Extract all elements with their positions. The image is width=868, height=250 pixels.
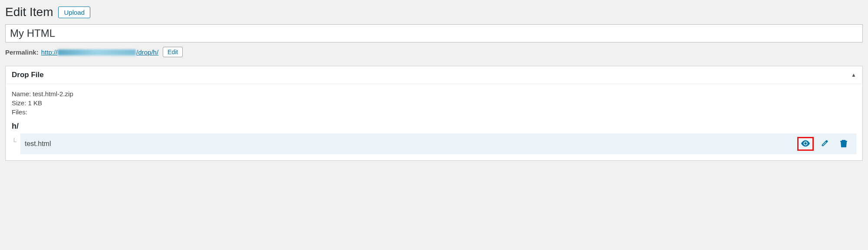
file-entry-name: test.html: [25, 140, 51, 148]
title-input[interactable]: [5, 24, 863, 42]
upload-button[interactable]: Upload: [58, 6, 90, 18]
permalink-row: Permalink: http:///drop/h/ Edit: [5, 47, 863, 57]
edit-permalink-button[interactable]: Edit: [163, 47, 183, 57]
pencil-icon: [821, 140, 829, 149]
delete-file-button[interactable]: [835, 137, 852, 151]
permalink-label: Permalink:: [5, 49, 39, 56]
drop-file-header: Drop File ▲: [6, 66, 862, 84]
drop-file-title: Drop File: [12, 71, 44, 79]
file-size-line: Size: 1 KB: [12, 99, 856, 107]
permalink-url-suffix: /drop/h/: [136, 49, 158, 56]
drop-file-box: Drop File ▲ Name: test.html-2.zip Size: …: [5, 66, 863, 161]
file-row: test.html: [20, 133, 856, 154]
trash-icon: [840, 140, 847, 149]
view-file-button[interactable]: [797, 137, 814, 151]
files-label: Files:: [12, 108, 27, 116]
eye-icon: [801, 140, 810, 148]
collapse-toggle[interactable]: ▲: [851, 72, 856, 78]
tree-elbow: └: [12, 133, 20, 154]
page-title: Edit Item: [5, 5, 53, 19]
edit-file-button[interactable]: [816, 137, 833, 151]
file-name-value: test.html-2.zip: [33, 90, 73, 97]
chevron-up-icon: ▲: [851, 72, 856, 78]
folder-name: h/: [12, 122, 856, 131]
redacted-domain: [58, 49, 136, 55]
file-name-line: Name: test.html-2.zip: [12, 90, 856, 97]
file-size-label: Size:: [12, 99, 26, 107]
file-size-value: 1 KB: [28, 99, 43, 107]
file-name-label: Name:: [12, 90, 31, 97]
permalink-link[interactable]: http:///drop/h/: [41, 49, 158, 56]
files-label-line: Files:: [12, 108, 856, 116]
permalink-url-prefix: http://: [41, 49, 58, 56]
